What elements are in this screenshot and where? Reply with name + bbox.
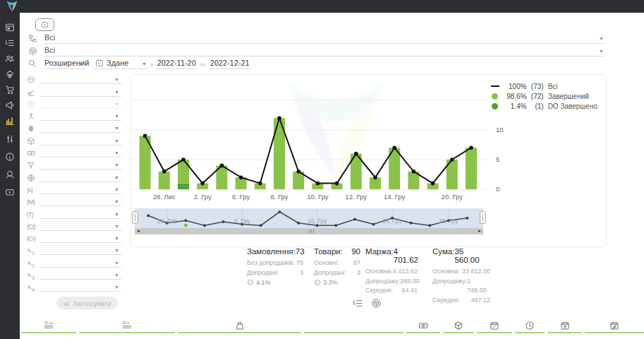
- filter-select-6[interactable]: ▼: [40, 148, 121, 157]
- legend-count: (73): [527, 83, 547, 90]
- table-header-col-bag-icon[interactable]: [178, 319, 301, 333]
- stat-title: Замовлення:: [247, 247, 296, 256]
- svg-text:ID: ID: [44, 321, 48, 325]
- chevron-down-icon: ▼: [114, 90, 119, 95]
- scroll-left-icon[interactable]: ◄: [135, 228, 142, 234]
- sidebar-item-tutorials-video-icon[interactable]: [5, 187, 15, 197]
- filter-select-7[interactable]: ▼: [40, 160, 121, 170]
- table-header-col-empty[interactable]: [304, 319, 403, 333]
- table-header-col-banknote-icon[interactable]: [406, 319, 440, 333]
- package-icon: [27, 137, 35, 145]
- app-logo-icon[interactable]: [4, 0, 20, 14]
- stat-title: Товари:: [314, 247, 343, 256]
- chevron-down-icon: ▼: [142, 61, 147, 67]
- id-o-icon: ID-o: [122, 321, 132, 331]
- stat-sub-label: Допродажу:: [365, 277, 400, 287]
- filter-select-15[interactable]: ▼: [40, 258, 121, 268]
- filter-select-9[interactable]: ▼: [40, 184, 121, 194]
- filter-row-globe-color-icon-0: ▼: [27, 73, 121, 85]
- chevron-down-icon: ▼: [114, 224, 119, 230]
- stat-sub-value: 70: [296, 258, 303, 268]
- table-header-col-clock-icon[interactable]: [515, 319, 545, 333]
- date-from-field[interactable]: 2022-11-20: [156, 56, 197, 69]
- table-header-col-calendar-date-icon[interactable]: 17: [477, 319, 512, 333]
- svg-text:10. Гру: 10. Гру: [307, 193, 329, 201]
- sidebar-item-dashboard-window-icon[interactable]: [5, 23, 15, 32]
- legend-item-0[interactable]: 100%(73)Всі: [489, 81, 597, 91]
- sidebar-item-marketing-megaphone-icon[interactable]: [5, 100, 15, 110]
- filter-select-10[interactable]: ▼: [40, 196, 121, 206]
- table-header-col-id-list-icon[interactable]: ID: [21, 319, 76, 333]
- filter-select-1[interactable]: ▼: [40, 87, 121, 97]
- hierarchy-icon: [27, 112, 35, 121]
- sidebar-item-warehouse-home-network-icon[interactable]: [5, 69, 15, 79]
- stat-sub-value: 33 812.00: [462, 267, 490, 277]
- tag-s-icon: {s}: [27, 186, 35, 194]
- filter-select-14[interactable]: ▼: [40, 245, 121, 255]
- chevron-down-icon: ▼: [114, 199, 119, 205]
- sidebar-item-automation-sliders-icon[interactable]: [5, 134, 15, 144]
- filter-select-5[interactable]: ▼: [40, 136, 121, 145]
- orders-list-toggle-list-tree-icon[interactable]: [353, 298, 363, 309]
- analytics-page: Всі ▼ Всі ▼ Розширений ▼ Здане ▼ з 2022-…: [0, 0, 644, 339]
- search-icon: [28, 59, 37, 68]
- svg-text:12. Гру: 12. Гру: [346, 193, 367, 201]
- date-type-select[interactable]: Здане ▼: [94, 56, 148, 69]
- filter-select-12[interactable]: ▼: [40, 221, 121, 231]
- filter-select-2[interactable]: ▼: [40, 99, 121, 109]
- filter-select-11[interactable]: ▼: [40, 209, 121, 219]
- apply-button[interactable]: Застосувати: [56, 297, 118, 309]
- table-header-col-calendar-export-icon[interactable]: [547, 319, 582, 333]
- sidebar-item-orders-list-tree-icon[interactable]: [5, 38, 15, 48]
- scrollbar-grip[interactable]: [309, 230, 315, 233]
- chevron-down-icon: ▼: [114, 77, 119, 83]
- filter-select-8[interactable]: ▼: [40, 172, 121, 182]
- stat-title: Сума:: [432, 247, 454, 264]
- search-mode-select[interactable]: Розширений ▼: [44, 56, 85, 69]
- filter-select-3[interactable]: ▼: [40, 111, 121, 121]
- date-to-value: 2022-12-21: [210, 59, 250, 67]
- product-filter-select[interactable]: Всі ▼: [44, 44, 605, 56]
- navigator-right-handle[interactable]: [480, 211, 486, 224]
- filter-select-17[interactable]: ▼: [40, 282, 121, 292]
- pencil-2-icon: ✎2: [27, 259, 35, 268]
- sidebar-item-purchases-cart-icon[interactable]: [5, 85, 15, 95]
- table-header-col-calendar-edit-icon[interactable]: [585, 319, 644, 333]
- package-circle-icon: [28, 47, 37, 56]
- sidebar-item-info-info-icon[interactable]: [5, 152, 15, 162]
- source-filter-select[interactable]: Всі ▼: [44, 31, 605, 44]
- legend-item-1[interactable]: 98.6%(72)Завершений: [489, 91, 597, 101]
- stat-column-2: Маржа:4 701.62Основна:4 413.62Допродажу:…: [365, 247, 418, 296]
- video-tutorial-button[interactable]: [35, 18, 54, 31]
- filter-select-13[interactable]: ▼: [40, 233, 121, 243]
- sidebar-item-customers-users-icon[interactable]: [5, 54, 15, 64]
- legend-item-2[interactable]: 1.4%(1)DO Завершено: [489, 101, 597, 111]
- chevron-down-icon: ▼: [78, 61, 83, 67]
- chevron-down-icon: ▼: [114, 261, 119, 266]
- filter-panel: ▼▼▼▼▼▼▼▼▼{s}▼{M}▼{T}▼{Ct}▼{Cr}▼✎1▼✎2▼✎3▼…: [27, 73, 121, 293]
- apply-button-label: Застосувати: [73, 299, 111, 307]
- chart-card: 051028. Лис2. Гру6. Гру8. Гру10. Гру12. …: [130, 74, 607, 247]
- navigator-left-handle[interactable]: [132, 211, 138, 224]
- products-toggle-package-circle-icon[interactable]: [371, 298, 382, 309]
- filter-select-16[interactable]: ▼: [40, 270, 121, 280]
- tag-Cr-icon: {Cr}: [27, 234, 35, 243]
- sidebar-item-services-globe-hands-icon[interactable]: [5, 170, 15, 179]
- scroll-right-icon[interactable]: ►: [476, 228, 483, 234]
- filter-row-banknote-icon-6: ▼: [27, 147, 121, 159]
- stat-sub-value: 3: [300, 268, 303, 278]
- date-from-value: 2022-11-20: [157, 59, 196, 67]
- filter-select-4[interactable]: ▼: [40, 123, 121, 133]
- chart-navigator[interactable]: 28. Лис6. Гру10. Гру14. Гру20. Гру: [135, 208, 483, 228]
- table-header-col-package-icon[interactable]: [443, 319, 474, 333]
- table-header-col-id-o-icon[interactable]: ID-o: [79, 319, 175, 333]
- filter-row-layers-icon-1: ▼: [27, 85, 121, 97]
- navigator-scrollbar[interactable]: ◄ ►: [135, 228, 483, 234]
- sidebar-item-analytics-analytics-icon[interactable]: [5, 116, 15, 126]
- fingerprint-icon: [27, 124, 35, 133]
- date-to-field[interactable]: 2022-12-21: [209, 56, 250, 69]
- svg-text:8. Гру: 8. Гру: [270, 193, 288, 201]
- filter-select-0[interactable]: ▼: [40, 74, 121, 84]
- help-circle-icon: [27, 100, 35, 109]
- filter-row-fingerprint-icon-4: ▼: [27, 122, 121, 134]
